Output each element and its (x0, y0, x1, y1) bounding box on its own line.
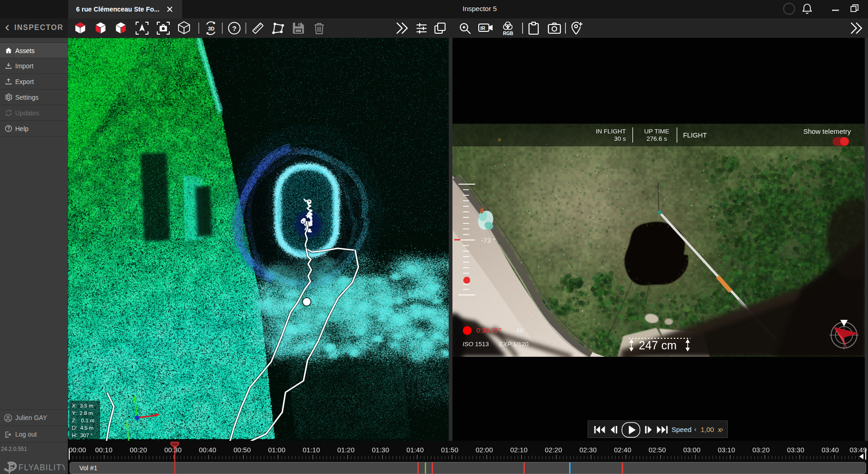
svg-text:Show telemetry: Show telemetry (803, 127, 851, 135)
svg-text:0:30.797: 0:30.797 (476, 327, 502, 334)
svg-text:EXP 1/120: EXP 1/120 (499, 341, 529, 348)
svg-text:FLIGHT: FLIGHT (683, 132, 707, 139)
svg-text:-73 °: -73 ° (481, 236, 496, 244)
svg-text:4K: 4K (516, 327, 524, 334)
svg-text:FLYABILITY: FLYABILITY (18, 463, 65, 472)
svg-text:UP TIME: UP TIME (644, 128, 669, 135)
svg-text:276.6 s: 276.6 s (647, 135, 667, 142)
svg-text:3D: 3D (208, 26, 214, 31)
svg-text:IN FLIGHT: IN FLIGHT (596, 128, 626, 135)
svg-text:IR: IR (481, 25, 486, 31)
svg-text:RGB: RGB (503, 31, 513, 36)
svg-text:247 cm: 247 cm (639, 339, 677, 352)
svg-text:?: ? (232, 24, 237, 32)
svg-text:30 s: 30 s (614, 135, 626, 142)
svg-text:ISO 1513: ISO 1513 (463, 341, 489, 348)
